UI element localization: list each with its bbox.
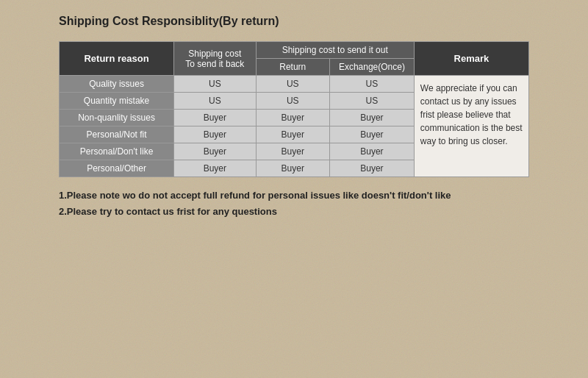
page-container: Shipping Cost Responsiblity(By return) R…	[0, 0, 588, 378]
shipping-cost-table: Return reason Shipping cost To send it b…	[59, 41, 529, 177]
row-label: Non-quanlity issues	[60, 110, 174, 126]
row-exchange: US	[329, 93, 414, 110]
row-return: Buyer	[256, 126, 329, 143]
col-send-out-header: Shipping cost to send it out	[256, 42, 414, 59]
row-send-back: Buyer	[174, 110, 257, 126]
remark-cell: We appreciate if you can contact us by a…	[414, 76, 528, 177]
col-return-sub: Return	[256, 59, 329, 76]
col-exchange-sub: Exchange(Once)	[329, 59, 414, 76]
row-exchange: Buyer	[329, 160, 414, 177]
row-send-back: US	[174, 76, 257, 93]
row-send-back: Buyer	[174, 126, 257, 143]
footer-notes: 1.Please note wo do not accept full refu…	[59, 188, 529, 220]
row-exchange: Buyer	[329, 126, 414, 143]
col-send-back: Shipping cost To send it back	[174, 42, 257, 76]
row-send-back: Buyer	[174, 160, 257, 177]
row-label: Personal/Don't like	[60, 143, 174, 160]
row-exchange: US	[329, 76, 414, 93]
page-title: Shipping Cost Responsiblity(By return)	[59, 15, 529, 28]
row-return: Buyer	[256, 160, 329, 177]
row-label: Personal/Other	[60, 160, 174, 177]
row-send-back: Buyer	[174, 143, 257, 160]
row-return: Buyer	[256, 110, 329, 126]
row-return: US	[256, 93, 329, 110]
row-return: US	[256, 76, 329, 93]
row-send-back: US	[174, 93, 257, 110]
col-remark: Remark	[414, 42, 528, 76]
row-label: Quantity mistake	[60, 93, 174, 110]
note-2: 2.Please try to contact us frist for any…	[59, 204, 529, 220]
row-return: Buyer	[256, 143, 329, 160]
row-exchange: Buyer	[329, 143, 414, 160]
col-return-reason: Return reason	[60, 42, 174, 76]
row-label: Quality issues	[60, 76, 174, 93]
note-1: 1.Please note wo do not accept full refu…	[59, 188, 529, 204]
row-label: Personal/Not fit	[60, 126, 174, 143]
row-exchange: Buyer	[329, 110, 414, 126]
